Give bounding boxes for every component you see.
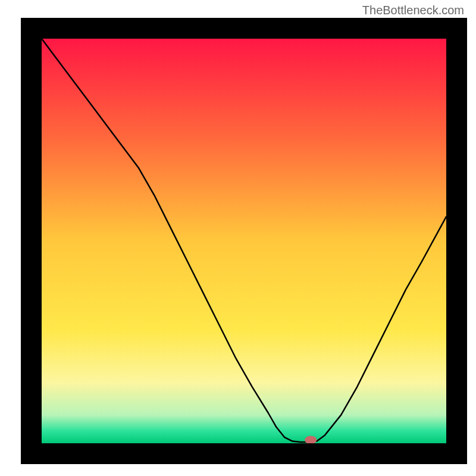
- chart-frame-bottom: [21, 443, 467, 464]
- gradient-background: [42, 39, 446, 443]
- chart-frame-left: [21, 18, 42, 464]
- chart-frame-right: [446, 18, 467, 464]
- chart-frame-top: [21, 18, 467, 39]
- watermark-text: TheBottleneck.com: [362, 4, 464, 17]
- optimal-point-marker: [305, 436, 317, 444]
- bottleneck-chart: [0, 0, 476, 476]
